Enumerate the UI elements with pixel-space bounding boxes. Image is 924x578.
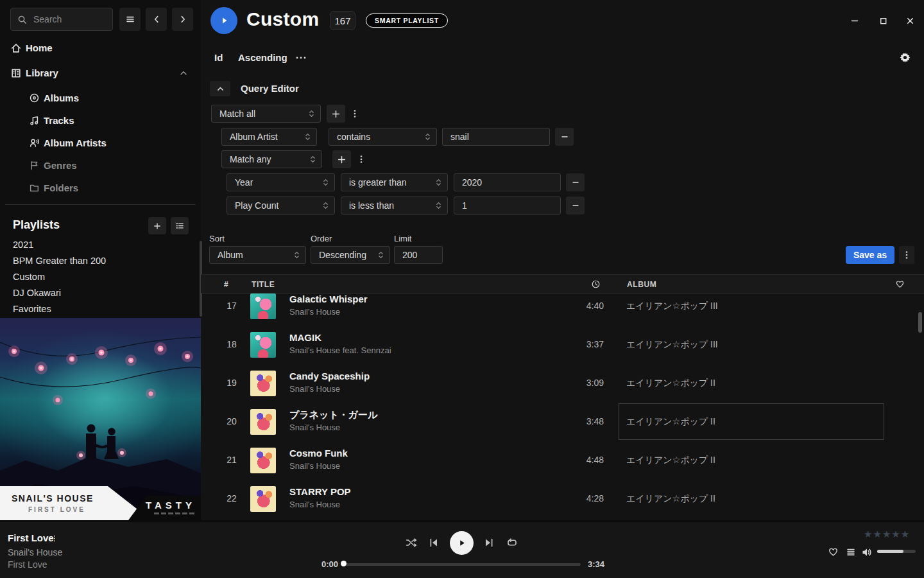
rule-operator-select[interactable]: is less than bbox=[341, 197, 448, 215]
favorite-button[interactable] bbox=[828, 547, 839, 557]
sort-field-button[interactable]: Id bbox=[214, 52, 223, 63]
seek-knob[interactable] bbox=[341, 561, 346, 566]
playlist-item[interactable]: Favorites bbox=[13, 304, 186, 317]
track-list-scrollbar-thumb[interactable] bbox=[918, 312, 922, 333]
more-options-button[interactable] bbox=[295, 54, 307, 62]
maximize-button[interactable] bbox=[877, 14, 889, 27]
rule-operator-select[interactable]: is greater than bbox=[341, 173, 448, 191]
column-favorite[interactable] bbox=[895, 279, 905, 289]
track-album[interactable]: エイリアン☆ポップ II bbox=[626, 493, 715, 505]
column-duration[interactable] bbox=[591, 279, 601, 289]
match-mode-value: Match all bbox=[219, 109, 255, 119]
shuffle-button[interactable] bbox=[405, 537, 418, 548]
add-rule-button[interactable] bbox=[332, 150, 351, 168]
track-row[interactable]: 19 Candy Spaceship Snail's House 3:09 エイ… bbox=[205, 364, 924, 403]
track-album[interactable]: エイリアン☆ポップ III bbox=[626, 339, 718, 351]
column-number[interactable]: # bbox=[224, 280, 228, 289]
library-icon bbox=[10, 67, 22, 79]
now-playing-menu-button[interactable] bbox=[51, 534, 58, 543]
playlist-item[interactable]: 2021 bbox=[13, 240, 186, 252]
volume-slider[interactable] bbox=[877, 550, 916, 553]
star-icon[interactable]: ★ bbox=[901, 529, 909, 540]
rule-value-input[interactable] bbox=[442, 128, 550, 146]
group-menu-button[interactable] bbox=[354, 150, 369, 168]
rating-stars[interactable]: ★★★★★ bbox=[864, 529, 909, 540]
sidebar-item-tracks[interactable]: Tracks bbox=[0, 112, 201, 130]
seek-bar[interactable] bbox=[343, 563, 581, 566]
now-playing-album[interactable]: First Love bbox=[8, 559, 47, 570]
plus-icon bbox=[337, 155, 346, 164]
menu-button[interactable] bbox=[119, 8, 141, 31]
close-button[interactable] bbox=[903, 14, 916, 27]
playlist-item[interactable]: Custom bbox=[13, 272, 186, 285]
track-row[interactable]: 22 STARRY POP Snail's House 4:28 エイリアン☆ポ… bbox=[205, 480, 924, 518]
next-track-button[interactable] bbox=[484, 538, 494, 547]
track-duration: 4:48 bbox=[551, 455, 604, 465]
track-album[interactable]: エイリアン☆ポップ III bbox=[626, 301, 718, 312]
star-icon[interactable]: ★ bbox=[891, 529, 900, 540]
chevron-up-icon[interactable] bbox=[179, 69, 188, 78]
add-playlist-button[interactable] bbox=[148, 217, 166, 234]
now-playing-title[interactable]: First Love bbox=[8, 532, 54, 543]
playlist-item[interactable]: BPM Greater than 200 bbox=[13, 256, 186, 268]
save-menu-button[interactable] bbox=[899, 246, 914, 264]
remove-rule-button[interactable] bbox=[566, 173, 585, 191]
sidebar-item-home[interactable]: Home bbox=[0, 40, 201, 58]
match-mode-select[interactable]: Match any bbox=[221, 150, 322, 168]
track-row[interactable]: 20 プラネット・ガール Snail's House 3:48 エイリアン☆ポッ… bbox=[205, 403, 924, 441]
sidebar-divider bbox=[5, 204, 196, 205]
minimize-button[interactable] bbox=[848, 14, 861, 27]
sidebar-item-folders[interactable]: Folders bbox=[0, 180, 201, 198]
rule-field-select[interactable]: Play Count bbox=[227, 197, 335, 215]
rule-field-select[interactable]: Album Artist bbox=[221, 128, 317, 146]
column-album[interactable]: ALBUM bbox=[627, 280, 656, 289]
volume-button[interactable] bbox=[861, 547, 873, 558]
star-icon[interactable]: ★ bbox=[873, 529, 881, 540]
rule-value-input[interactable] bbox=[454, 173, 561, 191]
playlist-options-button[interactable] bbox=[171, 217, 189, 234]
star-icon[interactable]: ★ bbox=[864, 529, 872, 540]
select-arrows-icon bbox=[322, 201, 329, 210]
previous-track-button[interactable] bbox=[429, 538, 439, 547]
track-album[interactable]: エイリアン☆ポップ II bbox=[626, 416, 715, 428]
track-album[interactable]: エイリアン☆ポップ II bbox=[626, 378, 715, 389]
track-row[interactable]: 21 Cosmo Funk Snail's House 4:48 エイリアン☆ポ… bbox=[205, 441, 924, 480]
now-playing-artist[interactable]: Snail's House bbox=[8, 547, 62, 557]
sidebar-item-album-artists[interactable]: Album Artists bbox=[0, 135, 201, 153]
add-rule-button[interactable] bbox=[327, 105, 345, 123]
playlist-item[interactable]: DJ Okawari bbox=[13, 288, 186, 301]
column-title[interactable]: TITLE bbox=[252, 280, 275, 289]
order-select[interactable]: Descending bbox=[311, 246, 390, 264]
sort-select[interactable]: Album bbox=[209, 246, 306, 264]
save-as-button[interactable]: Save as bbox=[846, 246, 894, 264]
forward-button[interactable] bbox=[172, 8, 193, 31]
group-menu-button[interactable] bbox=[347, 105, 363, 123]
play-playlist-button[interactable] bbox=[210, 7, 237, 34]
limit-input[interactable] bbox=[394, 246, 443, 264]
remove-rule-button[interactable] bbox=[555, 128, 574, 146]
play-pause-button[interactable] bbox=[450, 531, 474, 555]
back-button[interactable] bbox=[146, 8, 167, 31]
sort-direction-button[interactable]: Ascending bbox=[238, 52, 287, 63]
rule-field-select[interactable]: Year bbox=[227, 173, 335, 191]
search-box[interactable] bbox=[10, 8, 113, 31]
track-number: 17 bbox=[223, 301, 240, 311]
repeat-button[interactable] bbox=[506, 537, 518, 548]
settings-button[interactable] bbox=[899, 51, 911, 64]
play-icon bbox=[219, 15, 229, 26]
rule-operator-select[interactable]: contains bbox=[329, 128, 437, 146]
sidebar-item-albums[interactable]: Albums bbox=[0, 90, 201, 108]
sidebar-item-genres[interactable]: Genres bbox=[0, 157, 201, 175]
star-icon[interactable]: ★ bbox=[882, 529, 891, 540]
query-editor-collapse-button[interactable] bbox=[210, 81, 230, 96]
track-album[interactable]: エイリアン☆ポップ II bbox=[626, 455, 715, 466]
remove-rule-button[interactable] bbox=[566, 197, 585, 215]
sidebar-item-library[interactable]: Library bbox=[0, 65, 201, 83]
track-row[interactable]: 18 MAGIK Snail's House feat. Sennzai 3:3… bbox=[205, 326, 924, 364]
rule-value-input[interactable] bbox=[454, 197, 561, 215]
search-input[interactable] bbox=[32, 13, 106, 25]
match-mode-select[interactable]: Match all bbox=[211, 105, 321, 123]
track-title: プラネット・ガール bbox=[289, 409, 377, 421]
plus-icon bbox=[331, 109, 341, 119]
queue-button[interactable] bbox=[846, 547, 856, 557]
